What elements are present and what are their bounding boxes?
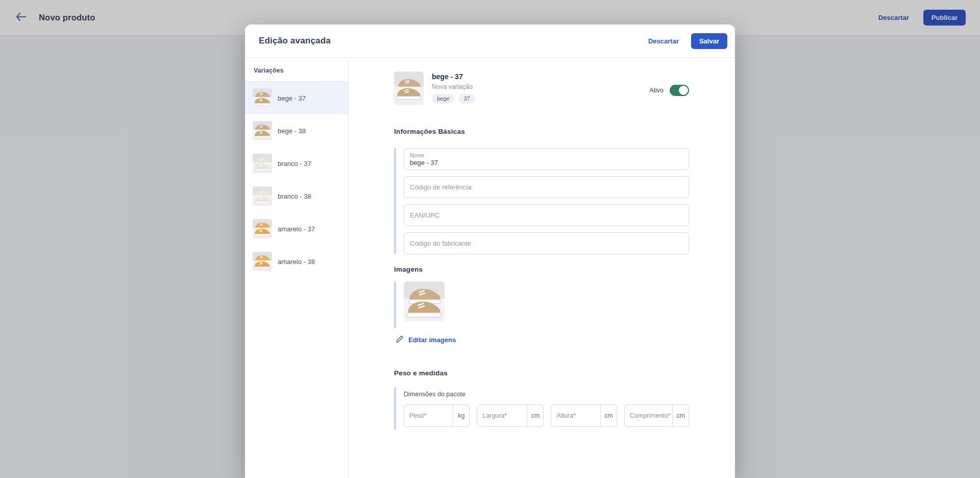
toggle-knob <box>679 86 688 95</box>
variation-thumbnail <box>253 154 272 173</box>
variation-item-branco-38[interactable]: branco - 38 <box>245 180 348 212</box>
modal-header: Edição avançada Descartar Salvar <box>245 25 735 58</box>
variation-item-label: bege - 38 <box>278 127 306 135</box>
variation-thumbnail <box>253 88 272 108</box>
section-title-images: Imagens <box>394 266 689 273</box>
manufacturer-code-field <box>404 232 689 254</box>
variation-subtitle: Nova variação <box>432 83 475 90</box>
product-image[interactable] <box>404 281 445 321</box>
active-toggle[interactable] <box>670 85 689 96</box>
name-field: Nome <box>404 148 689 170</box>
variation-thumbnail <box>253 186 272 206</box>
weight-group: Dimensões do pacote Peso* kg Largura* <box>394 387 689 430</box>
chip-color: bege <box>432 94 454 104</box>
images-group <box>394 281 689 328</box>
variation-item-label: amarelo - 38 <box>278 258 315 266</box>
variation-thumbnail <box>253 219 272 238</box>
active-label: Ativo <box>649 87 664 94</box>
variations-panel: Variações bege - 37 bege - 38 branco - 3… <box>245 58 349 478</box>
variation-item-bege-38[interactable]: bege - 38 <box>245 114 348 147</box>
variation-item-amarelo-38[interactable]: amarelo - 38 <box>245 245 348 278</box>
variation-header: bege - 37 Nova variação bege 37 Ativo <box>394 71 689 105</box>
section-title-weight: Peso e medidas <box>394 369 689 377</box>
variation-item-amarelo-37[interactable]: amarelo - 37 <box>245 212 348 245</box>
pencil-icon <box>396 335 404 345</box>
variations-title: Variações <box>245 58 348 82</box>
basic-info-group: Nome <box>394 148 689 254</box>
width-field: Largura* cm <box>477 404 544 427</box>
height-unit-label: cm <box>600 405 617 426</box>
reference-code-input[interactable] <box>410 183 683 191</box>
variation-item-label: branco - 38 <box>278 193 311 200</box>
name-field-label: Nome <box>410 152 683 159</box>
edit-images-link[interactable]: Editar imagens <box>396 335 456 345</box>
height-field: Altura* cm <box>551 404 617 427</box>
advanced-edit-dialog: Edição avançada Descartar Salvar Variaçõ… <box>245 25 735 478</box>
weight-input[interactable] <box>404 405 453 426</box>
modal-save-button[interactable]: Salvar <box>691 33 727 49</box>
package-dimensions-label: Dimensões do pacote <box>404 391 689 398</box>
variation-thumbnail <box>253 121 272 140</box>
weight-unit-label: kg <box>453 405 469 426</box>
variation-title: bege - 37 <box>432 73 475 81</box>
ean-upc-input[interactable] <box>410 211 683 219</box>
height-input[interactable] <box>551 405 600 426</box>
variation-item-label: bege - 37 <box>278 94 306 102</box>
length-field: Comprimento* cm <box>624 404 689 427</box>
variation-image <box>394 71 424 105</box>
variation-item-label: branco - 37 <box>278 160 311 168</box>
variation-thumbnail <box>253 252 272 271</box>
width-input[interactable] <box>477 405 527 426</box>
name-input[interactable] <box>410 159 683 166</box>
ean-upc-field <box>404 204 689 226</box>
width-unit-label: cm <box>527 405 543 426</box>
variation-item-bege-37[interactable]: bege - 37 <box>245 82 348 114</box>
section-title-basic-info: Informações Básicas <box>394 128 689 135</box>
manufacturer-code-input[interactable] <box>410 240 683 247</box>
length-input[interactable] <box>625 405 672 426</box>
chip-size: 37 <box>458 94 475 104</box>
variation-detail-panel: bege - 37 Nova variação bege 37 Ativo In… <box>349 58 735 478</box>
weight-field: Peso* kg <box>404 404 470 427</box>
modal-discard-button[interactable]: Descartar <box>643 33 684 49</box>
variation-item-branco-37[interactable]: branco - 37 <box>245 147 348 180</box>
modal-title: Edição avançada <box>259 36 643 46</box>
length-unit-label: cm <box>672 405 689 426</box>
reference-code-field <box>404 176 689 198</box>
variation-item-label: amarelo - 37 <box>278 225 315 233</box>
